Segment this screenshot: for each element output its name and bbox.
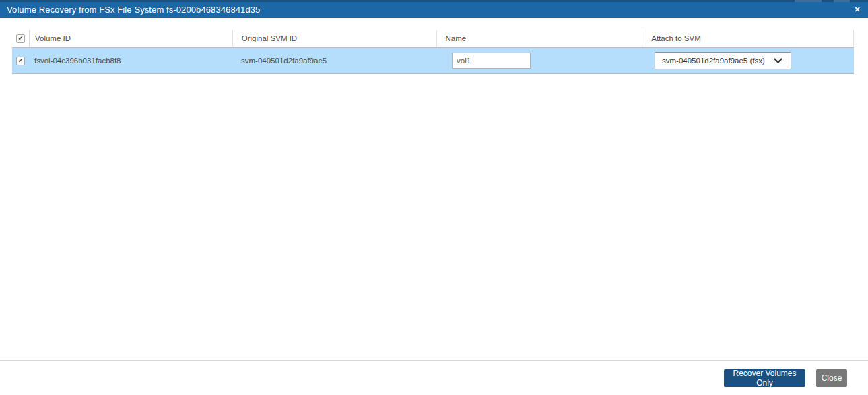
footer-divider <box>0 360 868 361</box>
close-button[interactable]: Close <box>816 369 847 387</box>
attach-svm-selected-value: svm-040501d2fa9af9ae5 (fsx) <box>662 57 774 65</box>
recover-volumes-only-button[interactable]: Recover Volumes Only <box>724 369 805 387</box>
modal-title: Volume Recovery from FSx File System fs-… <box>7 5 260 15</box>
column-header-volume-id: Volume ID <box>29 30 232 47</box>
select-all-checkbox[interactable]: ✔ <box>16 34 25 43</box>
column-header-original-svm-id: Original SVM ID <box>232 30 436 47</box>
row-checkbox-cell: ✔ <box>12 48 29 73</box>
name-cell <box>436 48 642 73</box>
close-icon[interactable]: ✕ <box>851 2 863 18</box>
column-header-name: Name <box>436 30 642 47</box>
check-icon: ✔ <box>18 36 24 42</box>
modal-header: Volume Recovery from FSx File System fs-… <box>0 2 868 18</box>
chevron-down-icon <box>774 58 782 64</box>
table-header: ✔ Volume ID Original SVM ID Name Attach … <box>12 30 854 47</box>
column-header-attach-to-svm: Attach to SVM <box>642 30 853 47</box>
volume-id-cell: fsvol-04c396b031facb8f8 <box>29 48 232 73</box>
select-all-cell: ✔ <box>12 30 29 47</box>
table-row[interactable]: ✔ fsvol-04c396b031facb8f8 svm-040501d2fa… <box>12 47 854 74</box>
attach-svm-cell: svm-040501d2fa9af9ae5 (fsx) <box>642 48 854 73</box>
check-icon: ✔ <box>18 58 24 64</box>
attach-svm-select[interactable]: svm-040501d2fa9af9ae5 (fsx) <box>655 52 791 69</box>
volume-name-input[interactable] <box>452 53 531 69</box>
row-checkbox[interactable]: ✔ <box>16 57 25 65</box>
modal-dialog: Volume Recovery from FSx File System fs-… <box>0 0 868 395</box>
original-svm-id-cell: svm-040501d2fa9af9ae5 <box>232 48 436 73</box>
